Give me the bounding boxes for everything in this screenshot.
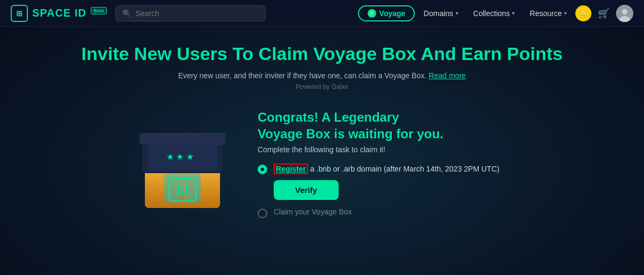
svg-point-1 xyxy=(622,9,627,14)
coin-icon[interactable]: 🪙 xyxy=(575,5,591,21)
collections-menu[interactable]: Collections ▾ xyxy=(467,6,521,20)
task-radio-inactive xyxy=(258,209,267,218)
beta-badge: Beta xyxy=(91,7,107,14)
subtitle-text: Every new user, and their inviter if the… xyxy=(178,71,427,80)
nav-items: Voyage Domains ▾ Collections ▾ Resource … xyxy=(358,5,633,22)
task1-rest-text: a .bnb or .arb domain (after March 14th,… xyxy=(308,165,499,173)
voyage-box-illustration: ★ ★ ★ [:] ? xyxy=(134,109,231,216)
congrats-title: Congrats! A LegendaryVoyage Box is waiti… xyxy=(258,109,515,142)
search-input[interactable] xyxy=(136,9,259,18)
chevron-down-icon: ▾ xyxy=(564,10,567,16)
search-bar[interactable]: 🔍 xyxy=(115,5,266,21)
domains-menu[interactable]: Domains ▾ xyxy=(417,6,464,20)
powered-by: Powered by Galxe xyxy=(296,83,348,91)
task-item-claim: Claim your Voyage Box xyxy=(258,207,515,218)
chevron-down-icon: ▾ xyxy=(456,10,458,16)
svg-rect-8 xyxy=(140,133,225,145)
svg-text:?: ? xyxy=(179,192,186,205)
avatar[interactable] xyxy=(616,5,633,22)
voyage-icon xyxy=(368,9,376,18)
voyage-label: Voyage xyxy=(379,9,406,18)
search-icon: 🔍 xyxy=(122,9,131,18)
collections-label: Collections xyxy=(473,9,510,18)
task-content-register: Register a .bnb or .arb domain (after Ma… xyxy=(274,163,515,200)
chevron-down-icon: ▾ xyxy=(512,10,515,16)
cart-button[interactable]: 🛒 xyxy=(594,5,614,21)
complete-text: Complete the following task to claim it! xyxy=(258,145,515,154)
read-more-link[interactable]: Read more xyxy=(429,71,466,80)
task-list: Register a .bnb or .arb domain (after Ma… xyxy=(258,163,515,218)
svg-text:★ ★ ★: ★ ★ ★ xyxy=(166,152,194,161)
right-panel: Congrats! A LegendaryVoyage Box is waiti… xyxy=(258,103,515,218)
logo-text: SPACE ID xyxy=(32,7,86,19)
task-radio-active[interactable] xyxy=(258,165,267,174)
verify-button[interactable]: Verify xyxy=(274,180,339,200)
domains-label: Domains xyxy=(423,9,453,18)
resource-menu[interactable]: Resource ▾ xyxy=(523,6,573,20)
register-link[interactable]: Register xyxy=(274,163,308,174)
task-item-register: Register a .bnb or .arb domain (after Ma… xyxy=(258,163,515,200)
navbar: ⊞ SPACE ID Beta 🔍 Voyage Domains ▾ Colle… xyxy=(0,0,644,27)
task-content-claim: Claim your Voyage Box xyxy=(274,207,515,216)
logo-icon: ⊞ xyxy=(11,5,28,22)
voyage-box-wrapper: ★ ★ ★ [:] ? xyxy=(129,103,236,221)
resource-label: Resource xyxy=(530,9,562,18)
logo-area: ⊞ SPACE ID Beta xyxy=(11,5,107,22)
hero-title: Invite New Users To Claim Voyage Box And… xyxy=(82,43,563,65)
hero-subtitle: Every new user, and their inviter if the… xyxy=(178,71,466,80)
task2-label: Claim your Voyage Box xyxy=(274,207,515,216)
task-text-register: Register a .bnb or .arb domain (after Ma… xyxy=(274,163,515,175)
bottom-section: ★ ★ ★ [:] ? xyxy=(0,103,644,221)
voyage-button[interactable]: Voyage xyxy=(358,5,415,21)
main-content: Invite New Users To Claim Voyage Box And… xyxy=(0,27,644,221)
